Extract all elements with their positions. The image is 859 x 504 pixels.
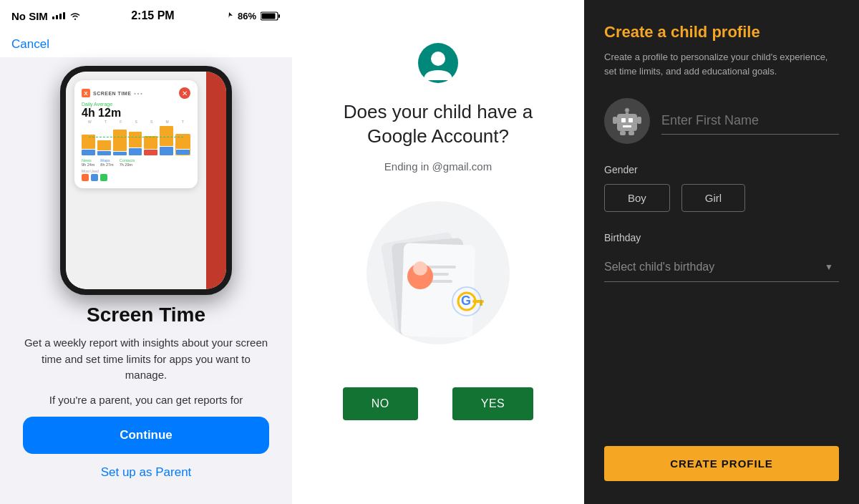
svg-rect-7 (401, 243, 475, 337)
birthday-select[interactable]: Select child's birthday (604, 252, 839, 282)
screen-time-card: X SCREEN TIME • • • ✕ Daily Average 4h 1… (74, 80, 198, 188)
svg-point-4 (431, 52, 445, 66)
profile-avatar[interactable] (604, 98, 650, 144)
carrier-label: No SIM (11, 10, 48, 22)
most-used-label: Most Used (82, 169, 190, 173)
email-hint: Ending in @gmail.com (384, 160, 492, 173)
svg-rect-27 (629, 131, 634, 135)
robot-avatar-icon (610, 104, 644, 138)
svg-point-23 (625, 108, 629, 112)
birthday-label: Birthday (604, 232, 839, 243)
svg-rect-24 (613, 117, 617, 124)
boy-button[interactable]: Boy (604, 184, 670, 212)
gender-row: Boy Girl (604, 184, 839, 212)
dashed-line (89, 137, 183, 137)
google-buttons: NO YES (321, 387, 555, 420)
illustration-svg: G (374, 208, 503, 337)
wifi-icon (69, 11, 81, 20)
svg-rect-1 (278, 14, 280, 18)
phone-mockup: X SCREEN TIME • • • ✕ Daily Average 4h 1… (60, 66, 232, 295)
cancel-link[interactable]: Cancel (11, 37, 49, 51)
time-value: 4h 12m (82, 107, 190, 120)
screen-time-desc: Get a weekly report with insights about … (23, 335, 269, 384)
gender-label: Gender (604, 164, 839, 175)
yes-button[interactable]: YES (452, 387, 534, 420)
first-name-input[interactable] (661, 107, 839, 135)
panel-ios: No SIM 2:15 PM 86% (0, 0, 292, 504)
battery-label: 86% (238, 11, 256, 21)
create-profile-button[interactable]: CREATE PROFILE (604, 446, 839, 481)
profile-name-row (604, 98, 839, 144)
profile-title: Create a child profile (604, 23, 839, 42)
svg-rect-21 (623, 125, 631, 127)
svg-rect-25 (637, 117, 641, 124)
time-display: 2:15 PM (131, 9, 174, 22)
chart-area (82, 127, 190, 155)
google-illustration: G (367, 201, 510, 344)
panel-google: Does your child have a Google Account? E… (292, 0, 584, 504)
birthday-wrapper: Select child's birthday (604, 252, 839, 282)
ios-status-bar: No SIM 2:15 PM 86% (0, 0, 292, 32)
svg-rect-26 (620, 131, 626, 135)
svg-rect-18 (617, 114, 637, 131)
close-card-icon: ✕ (179, 87, 190, 99)
battery-icon (261, 11, 281, 21)
no-button[interactable]: NO (343, 387, 418, 420)
setup-parent-link[interactable]: Set up as Parent (101, 465, 192, 480)
daily-avg-label: Daily Average (82, 102, 190, 107)
svg-point-12 (413, 261, 427, 276)
profile-desc: Create a profile to personalize your chi… (604, 50, 839, 78)
app-usage-row: News 9h 24m Maps 8h 27m Contacts 7h 29m (82, 158, 190, 167)
screen-time-title: Screen Time (23, 304, 269, 326)
svg-rect-2 (262, 13, 276, 19)
google-child-icon (418, 43, 458, 83)
screen-time-content: Screen Time Get a weekly report with ins… (0, 304, 292, 417)
svg-rect-20 (629, 118, 633, 122)
chart-days: WTFSSMT (82, 120, 190, 124)
most-used-icons (82, 174, 190, 181)
ios-cancel-bar: Cancel (0, 32, 292, 57)
girl-button[interactable]: Girl (681, 184, 745, 212)
screen-time-label: SCREEN TIME (93, 91, 131, 96)
location-icon (225, 11, 233, 20)
screen-time-parent: If you're a parent, you can get reports … (23, 392, 269, 409)
panel-profile: Create a child profile Create a profile … (584, 0, 859, 504)
continue-button[interactable]: Continue (23, 417, 269, 454)
signal-icon (52, 12, 65, 19)
svg-rect-19 (621, 118, 626, 122)
google-question: Does your child have a Google Account? (321, 100, 555, 149)
svg-text:G: G (461, 294, 471, 308)
phone-screen: X SCREEN TIME • • • ✕ Daily Average 4h 1… (66, 72, 226, 289)
